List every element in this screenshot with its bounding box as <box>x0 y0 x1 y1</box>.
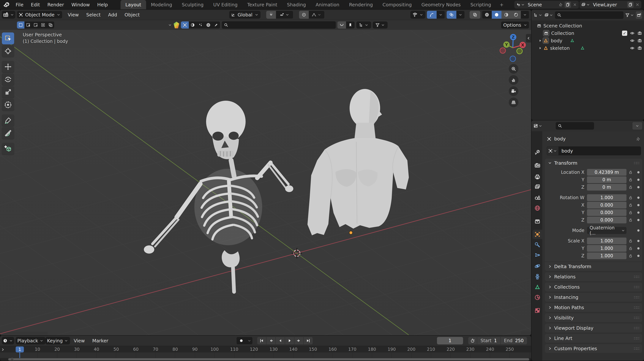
gradient-gem-icon[interactable] <box>174 22 179 28</box>
snap-toggle[interactable] <box>266 11 276 19</box>
jump-to-start-button[interactable] <box>257 337 266 344</box>
menu-help[interactable]: Help <box>94 0 112 9</box>
properties-tab-constraints[interactable] <box>532 272 542 281</box>
outliner-row-collection[interactable]: Collection ✓ <box>532 30 644 37</box>
ortho-toggle-button[interactable] <box>509 98 518 107</box>
menu-render[interactable]: Render <box>44 0 68 9</box>
properties-tab-scene[interactable] <box>532 193 542 202</box>
lock-open-icon[interactable] <box>628 170 633 175</box>
filter-world-button[interactable] <box>204 22 212 29</box>
mesh-data-icon[interactable] <box>580 46 585 51</box>
bookmark-toggle[interactable] <box>346 22 354 29</box>
animate-dot[interactable] <box>637 219 640 221</box>
scale-y-field[interactable]: 1.000 <box>587 245 626 252</box>
properties-options-button[interactable] <box>632 122 642 130</box>
location-y-field[interactable]: 0 m <box>587 176 626 183</box>
transform-tool[interactable] <box>2 99 14 111</box>
animate-dot[interactable] <box>637 179 640 181</box>
new-view-layer-button[interactable] <box>627 2 634 8</box>
timeline-menu-keying[interactable]: Keying <box>46 337 70 344</box>
cursor-tool[interactable] <box>2 45 14 57</box>
animate-dot[interactable] <box>637 255 640 257</box>
panel-grip[interactable]: ∷∷ <box>634 285 640 289</box>
shading-material-button[interactable] <box>502 11 511 19</box>
blender-logo-icon[interactable] <box>3 1 10 8</box>
viewport-menu-add[interactable]: Add <box>104 10 121 20</box>
eye-icon[interactable] <box>630 31 635 36</box>
rotation-z-field[interactable]: 0.000 <box>587 217 626 223</box>
animate-dot[interactable] <box>637 204 640 206</box>
panel-line-art[interactable]: Line Art∷∷ <box>545 334 642 343</box>
timeline-editor-type-button[interactable] <box>2 337 14 344</box>
panel-grip[interactable]: ∷∷ <box>634 346 640 351</box>
timeline-track[interactable] <box>0 352 531 358</box>
snap-target-dropdown[interactable] <box>276 11 293 19</box>
playhead[interactable]: 1 <box>16 346 24 352</box>
select-extend-button[interactable] <box>24 22 32 29</box>
properties-tab-modifiers[interactable] <box>532 240 542 249</box>
scene-browse-button[interactable] <box>516 2 525 7</box>
lock-open-icon[interactable] <box>628 210 633 215</box>
timeline-scrollbar[interactable] <box>0 358 531 361</box>
show-gizmo-toggle[interactable] <box>427 11 436 19</box>
object-id-button[interactable] <box>547 146 558 155</box>
properties-tab-material[interactable] <box>532 293 542 302</box>
start-frame-field[interactable]: Start1 <box>477 337 500 344</box>
new-scene-button[interactable] <box>564 2 571 8</box>
collection-checkbox[interactable]: ✓ <box>622 31 627 36</box>
menu-file[interactable]: File <box>12 0 27 9</box>
play-button[interactable] <box>285 337 294 344</box>
select-intersect-button[interactable] <box>47 22 54 29</box>
viewport-menu-view[interactable]: View <box>64 10 82 20</box>
workspace-tab-sculpting[interactable]: Sculpting <box>177 0 208 9</box>
rotation-y-field[interactable]: 0.000 <box>587 209 626 216</box>
rotation-mode-field[interactable]: Quaternion (... <box>587 227 626 234</box>
properties-tab-data[interactable] <box>532 282 542 292</box>
prev-keyframe-button[interactable] <box>266 337 276 344</box>
lock-open-icon[interactable] <box>628 246 633 251</box>
preview-range-toggle[interactable] <box>468 337 477 344</box>
viewport-canvas[interactable]: User Perspective (1) Collection | body <box>0 30 531 335</box>
workspace-tab-layout[interactable]: Layout <box>120 0 146 9</box>
add-cube-tool[interactable] <box>2 143 14 155</box>
workspace-tab-compositing[interactable]: Compositing <box>378 0 417 9</box>
camera-icon[interactable] <box>637 31 642 36</box>
chevron-down-icon[interactable] <box>168 23 172 27</box>
outliner-filter-button[interactable] <box>625 13 634 18</box>
current-frame-field[interactable]: 1 <box>437 337 463 344</box>
outliner-editor-type-button[interactable] <box>533 13 543 18</box>
select-subtract-button[interactable] <box>32 22 39 29</box>
scale-tool[interactable] <box>2 86 14 98</box>
camera-view-button[interactable] <box>509 86 518 96</box>
sidebar-toggle[interactable] <box>526 34 531 43</box>
pin-icon[interactable] <box>558 2 563 7</box>
proportional-editing-toggle[interactable] <box>299 11 309 19</box>
lock-open-icon[interactable] <box>628 253 633 258</box>
properties-tab-particles[interactable] <box>532 251 542 260</box>
viewport-menu-select[interactable]: Select <box>82 10 104 20</box>
remove-view-layer-icon[interactable] <box>635 2 640 7</box>
panel-grip[interactable]: ∷∷ <box>634 274 640 279</box>
select-box-tool[interactable] <box>2 33 14 44</box>
outliner-display-mode-button[interactable] <box>544 13 554 18</box>
lock-open-icon[interactable] <box>628 218 633 222</box>
auto-key-toggle[interactable] <box>236 337 246 344</box>
panel-grip[interactable]: ∷∷ <box>634 305 640 310</box>
expand-arrow-icon[interactable] <box>538 46 543 51</box>
panel-grip[interactable]: ∷∷ <box>634 326 640 330</box>
properties-tab-collection[interactable] <box>532 217 542 226</box>
body-model[interactable] <box>308 89 409 235</box>
select-new-button[interactable] <box>17 22 24 29</box>
panel-custom-properties[interactable]: Custom Properties∷∷ <box>545 344 642 353</box>
animate-dot[interactable] <box>637 247 640 249</box>
properties-search-field[interactable] <box>556 122 594 130</box>
move-tool[interactable] <box>2 61 14 73</box>
timeline-ruler[interactable]: 1 10203040506070809010011012013014015016… <box>0 346 531 353</box>
workspace-tab-animation[interactable]: Animation <box>311 0 344 9</box>
add-workspace-tab[interactable]: + <box>497 0 507 9</box>
scale-z-field[interactable]: 1.000 <box>587 252 626 259</box>
workspace-tab-shading[interactable]: Shading <box>282 0 311 9</box>
filter-fluid-button[interactable] <box>196 22 204 29</box>
outliner-row-skeleton[interactable]: skeleton <box>532 44 644 52</box>
next-keyframe-button[interactable] <box>294 337 303 344</box>
